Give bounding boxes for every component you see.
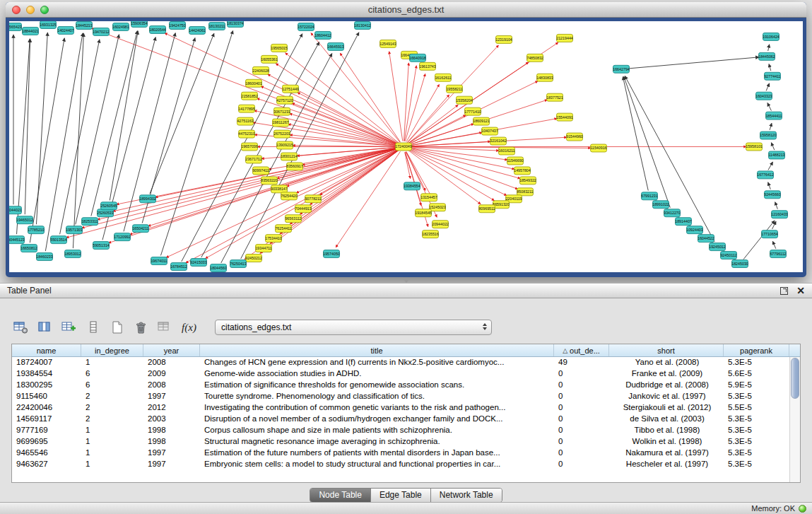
- graph-node[interactable]: 18914407: [675, 218, 692, 226]
- graph-node[interactable]: 19184545: [415, 209, 432, 217]
- table-cell[interactable]: Changes of HCN gene expression and I(f) …: [200, 357, 554, 368]
- table-cell[interactable]: 1998: [143, 425, 200, 436]
- table-cell[interactable]: 0: [554, 425, 609, 436]
- column-header-pagerank[interactable]: pagerank: [724, 344, 789, 356]
- graph-node[interactable]: 18544411: [765, 112, 782, 119]
- graph-node[interactable]: 42751163: [237, 117, 253, 125]
- graph-edge[interactable]: [623, 77, 648, 191]
- table-cell[interactable]: Hescheler et al. (1997): [609, 459, 724, 470]
- graph-node[interactable]: 11488213: [768, 151, 784, 159]
- column-header-in-degree[interactable]: in_degree: [81, 344, 143, 356]
- table-cell[interactable]: 5.3E-5: [724, 391, 789, 402]
- table-cell[interactable]: 2: [81, 402, 143, 414]
- table-cell[interactable]: 5.3E-5: [724, 436, 789, 448]
- graph-node[interactable]: 16044522: [698, 235, 714, 243]
- table-row[interactable]: 1830029562008Estimation of significance …: [12, 380, 789, 391]
- graph-node[interactable]: 92415033: [190, 259, 207, 267]
- graph-edge[interactable]: [91, 31, 137, 216]
- graph-node[interactable]: 16024981: [112, 23, 129, 30]
- graph-edge[interactable]: [302, 148, 398, 165]
- graph-node[interactable]: 14957804: [514, 167, 531, 175]
- table-cell[interactable]: 1997: [143, 391, 200, 402]
- graph-node[interactable]: 15245023: [429, 204, 446, 211]
- graph-edge[interactable]: [241, 33, 359, 259]
- graph-node[interactable]: 18130412: [354, 21, 371, 29]
- table-cell[interactable]: 1998: [143, 436, 200, 448]
- graph-node[interactable]: 18235516: [422, 230, 439, 238]
- graph-node[interactable]: 18130374: [227, 21, 244, 27]
- table-scrollbar-thumb[interactable]: [791, 358, 799, 399]
- graph-node[interactable]: 10924403: [686, 226, 703, 234]
- function-icon[interactable]: f(x): [180, 318, 199, 337]
- table-cell[interactable]: 1: [81, 357, 143, 368]
- graph-node[interactable]: 85083211: [517, 188, 533, 196]
- graph-node[interactable]: 19811267: [272, 119, 288, 127]
- graph-node[interactable]: 67796112: [770, 250, 786, 258]
- graph-node[interactable]: 12549143: [379, 40, 396, 47]
- table-cell[interactable]: 19384554: [12, 368, 81, 380]
- graph-edge[interactable]: [73, 33, 83, 248]
- graph-edge[interactable]: [407, 95, 449, 143]
- graph-edge[interactable]: [406, 84, 440, 141]
- tab-node-table[interactable]: Node Table: [310, 489, 371, 502]
- table-cell[interactable]: 5.6E-5: [724, 368, 789, 380]
- table-cell[interactable]: 0: [554, 391, 609, 402]
- graph-node[interactable]: 90445123: [9, 236, 25, 244]
- table-cell[interactable]: 5.3E-5: [724, 425, 789, 436]
- graph-node[interactable]: 32161042: [490, 137, 507, 145]
- graph-edge[interactable]: [624, 76, 671, 208]
- graph-node[interactable]: 11546690: [507, 157, 523, 165]
- graph-node[interactable]: 25260545: [100, 202, 117, 210]
- graph-node[interactable]: 16642794: [613, 65, 630, 73]
- graph-edge[interactable]: [775, 202, 778, 209]
- graph-node[interactable]: 16784512: [170, 263, 187, 271]
- graph-node[interactable]: 16931325: [40, 21, 57, 28]
- graph-edge[interactable]: [769, 64, 771, 71]
- table-cell[interactable]: Estimation of the future numbers of pati…: [200, 448, 554, 459]
- table-cell[interactable]: 49: [554, 357, 609, 368]
- table-cell[interactable]: 0: [554, 448, 609, 459]
- graph-edge[interactable]: [766, 83, 770, 91]
- graph-node[interactable]: 19106424: [763, 33, 779, 40]
- table-cell[interactable]: 2008: [143, 380, 200, 391]
- table-cell[interactable]: 0: [554, 402, 609, 414]
- graph-node[interactable]: 19613743: [419, 62, 436, 70]
- window-titlebar[interactable]: citations_edges.txt: [6, 2, 806, 18]
- graph-node[interactable]: 18600401: [245, 79, 262, 87]
- table-cell[interactable]: 6: [81, 380, 143, 391]
- graph-node[interactable]: 70444913: [295, 205, 312, 213]
- table-cell[interactable]: Jankovic et al. (1997): [609, 391, 724, 402]
- graph-node[interactable]: 80969511: [478, 205, 495, 213]
- graph-node[interactable]: 14830833: [536, 74, 553, 81]
- graph-node[interactable]: 25260533: [97, 209, 114, 217]
- graph-node[interactable]: 16162611: [435, 74, 451, 81]
- graph-node[interactable]: 21581852: [241, 92, 258, 100]
- graph-node[interactable]: 19565423: [9, 23, 22, 30]
- graph-node[interactable]: 74850832: [526, 54, 543, 62]
- graph-node[interactable]: 13154457: [420, 194, 437, 201]
- table-cell[interactable]: Estimation of significance thresholds fo…: [200, 380, 554, 391]
- graph-node[interactable]: 12751449: [282, 85, 299, 93]
- table-cell[interactable]: Tourette syndrome. Phenomenology and cla…: [200, 391, 554, 402]
- table-cell[interactable]: Corpus callosum shape and size in male p…: [200, 425, 554, 436]
- graph-edge[interactable]: [405, 74, 425, 141]
- graph-node[interactable]: 17120992: [114, 233, 131, 241]
- table-cell[interactable]: 5.5E-5: [724, 402, 789, 414]
- table-cell[interactable]: Embryonic stem cells: a model to study s…: [200, 459, 554, 470]
- table-cell[interactable]: Disruption of a novel member of a sodium…: [200, 414, 554, 425]
- column-header-title[interactable]: title: [200, 344, 554, 356]
- graph-node[interactable]: 90338147: [271, 185, 288, 193]
- graph-edge[interactable]: [310, 150, 399, 205]
- graph-node[interactable]: 55013514: [50, 236, 67, 244]
- table-cell[interactable]: 9463627: [12, 459, 81, 470]
- select-columns-icon[interactable]: [35, 318, 54, 337]
- graph-node[interactable]: 92450212: [245, 255, 262, 262]
- table-row[interactable]: 2242004622012Investigating the contribut…: [12, 402, 789, 414]
- table-cell[interactable]: 22420046: [12, 402, 81, 414]
- graph-node[interactable]: 16043323: [755, 92, 772, 100]
- graph-edge[interactable]: [293, 146, 398, 147]
- graph-edge[interactable]: [389, 52, 403, 141]
- graph-node[interactable]: 96563112: [285, 215, 301, 223]
- graph-edge[interactable]: [30, 38, 64, 243]
- import-table-icon[interactable]: [155, 318, 175, 337]
